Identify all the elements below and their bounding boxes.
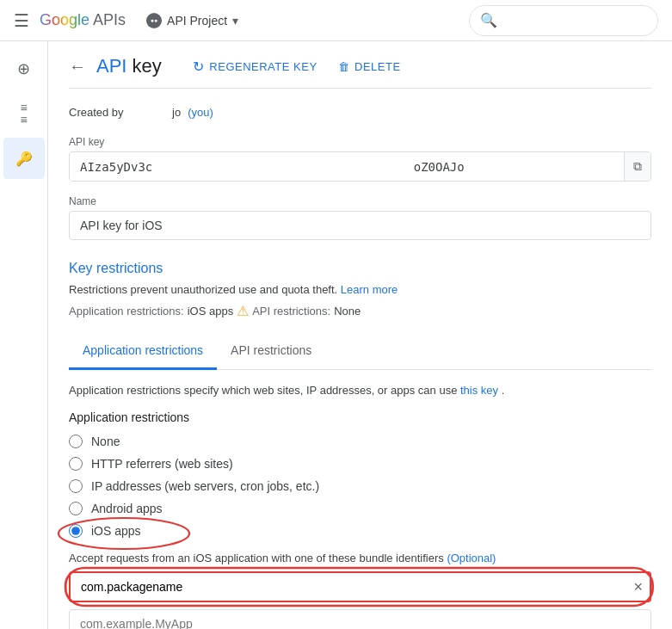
tab-description: Application restrictions specify which w… [69,384,651,397]
menu-icon[interactable]: ☰ [14,10,29,31]
regenerate-icon: ↻ [193,59,205,75]
credentials-icon: 🔑 [15,151,33,167]
delete-button[interactable]: 🗑 DELETE [338,60,401,73]
radio-android-input[interactable] [69,502,83,515]
summary-app-value: iOS apps [188,305,233,318]
tab-app-restrictions[interactable]: Application restrictions [69,333,217,370]
google-logo-text: Google [40,11,89,29]
radio-none[interactable]: None [69,435,651,448]
delete-icon: 🗑 [338,60,350,73]
restrictions-description: Restrictions prevent unauthorized use an… [69,283,651,296]
radio-ios-input[interactable] [69,524,83,538]
main-content: ← API key ↻ REGENERATE KEY 🗑 DELETE Crea… [48,41,672,629]
bundle-optional: (Optional) [447,552,496,564]
radio-ip[interactable]: IP addresses (web servers, cron jobs, et… [69,479,651,493]
regenerate-label: REGENERATE KEY [209,60,317,73]
bundle-section: Accept requests from an iOS application … [69,552,651,629]
page-title-key: key [126,55,161,77]
radio-group: None HTTP referrers (web sites) IP addre… [69,435,651,538]
tabs: Application restrictions API restriction… [69,333,651,370]
delete-label: DELETE [354,60,401,73]
tab-api-restrictions[interactable]: API restrictions [217,333,325,370]
project-name: API Project [167,14,227,28]
radio-ip-label: IP addresses (web servers, cron jobs, et… [91,479,319,493]
project-chevron-icon: ▾ [232,14,238,28]
regenerate-key-button[interactable]: ↻ REGENERATE KEY [193,59,318,75]
main-layout: ⊕ ≡≡ 🔑 ← API key ↻ REGENERATE KEY 🗑 DE [0,41,672,629]
name-label: Name [69,195,651,207]
created-by-user: jo [172,106,181,119]
home-icon: ⊕ [17,59,30,78]
top-bar: ☰ Google APIs ●● API Project ▾ 🔍 [0,0,672,41]
name-field-group: Name [69,195,651,240]
sidebar-item-credentials[interactable]: 🔑 [3,138,45,179]
bundle-input-wrapper: × [69,571,651,609]
radio-none-label: None [91,435,120,448]
app-restrictions-title: Application restrictions [69,410,651,424]
project-dot-icon: ●● [146,13,162,28]
dashboard-icon: ≡≡ [20,102,27,126]
this-key-link[interactable]: this key [460,384,498,397]
api-key-input[interactable] [70,153,624,181]
copy-button[interactable]: ⧉ [624,152,650,181]
radio-ios-wrapper: iOS apps [69,524,651,538]
radio-android-label: Android apps [91,502,163,515]
search-bar[interactable]: 🔍 [469,5,658,36]
bundle-clear-button[interactable]: × [633,578,643,596]
sidebar-item-home[interactable]: ⊕ [3,48,45,89]
summary-app-label: Application restrictions: [69,305,184,318]
api-key-label: API key [69,136,651,148]
radio-ios-label: iOS apps [91,524,141,538]
radio-none-input[interactable] [69,435,83,448]
radio-http-label: HTTP referrers (web sites) [91,457,233,471]
created-by-label: Created by [69,106,172,119]
sidebar-item-dashboard[interactable]: ≡≡ [3,93,45,134]
project-selector[interactable]: ●● API Project ▾ [139,9,245,32]
back-button[interactable]: ← [69,57,86,77]
bundle-label: Accept requests from an iOS application … [69,552,651,564]
radio-ip-input[interactable] [69,479,83,493]
radio-android[interactable]: Android apps [69,502,651,515]
key-restrictions-title: Key restrictions [69,261,651,276]
summary-api-label: API restrictions: [252,305,330,318]
bundle-active-field-wrapper: × [69,571,651,602]
radio-http[interactable]: HTTP referrers (web sites) [69,457,651,471]
apis-logo-text: APIs [93,11,126,29]
restrictions-summary: Application restrictions: iOS apps ⚠ API… [69,303,651,319]
created-by-you: (you) [188,106,213,119]
summary-api-value: None [334,305,361,318]
bundle-placeholder-input[interactable] [69,609,651,629]
radio-http-input[interactable] [69,457,83,471]
api-key-input-row: ⧉ [69,151,651,182]
learn-more-link[interactable]: Learn more [341,283,398,296]
page-title-api: API [96,55,126,77]
warning-icon: ⚠ [237,303,249,319]
logo: Google APIs [40,11,126,29]
created-by-row: Created by jo (you) [69,106,651,119]
api-key-field-group: API key ⧉ [69,136,651,182]
radio-ios[interactable]: iOS apps [69,524,141,538]
sidebar: ⊕ ≡≡ 🔑 [0,41,48,629]
search-icon: 🔍 [480,12,497,28]
page-title: API key [96,55,162,77]
bundle-identifier-input[interactable] [71,573,650,601]
header-actions: ↻ REGENERATE KEY 🗑 DELETE [193,59,401,75]
page-header: ← API key ↻ REGENERATE KEY 🗑 DELETE [69,41,651,89]
name-input[interactable] [69,211,651,240]
